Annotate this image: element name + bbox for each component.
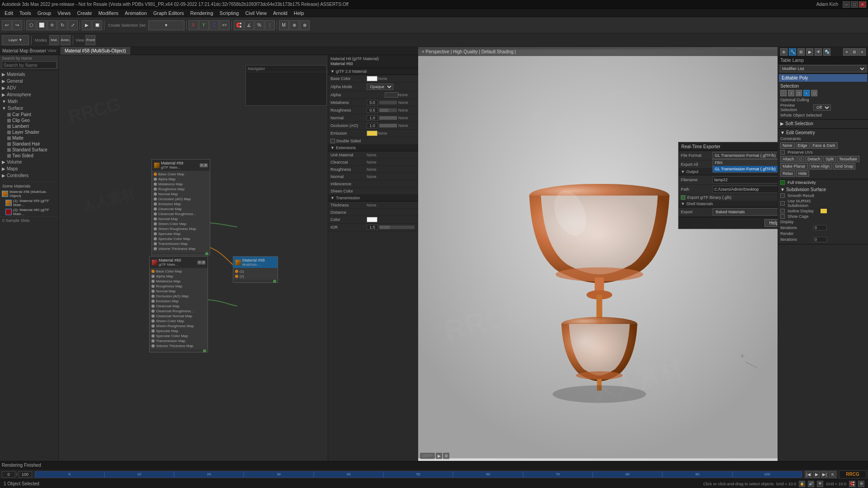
mat-item-lambert[interactable]: Lambert bbox=[2, 123, 57, 129]
menu-civil-view[interactable]: Civil View bbox=[242, 10, 269, 16]
time-end-input[interactable] bbox=[19, 471, 32, 478]
undo-btn[interactable]: ↩ bbox=[2, 20, 12, 30]
mat-item-twosided[interactable]: Two Sided bbox=[2, 153, 57, 159]
relax-btn[interactable]: Relax bbox=[780, 170, 795, 177]
mat-assign-btn[interactable]: ⊕ bbox=[289, 20, 299, 30]
rotate-btn[interactable]: ↻ bbox=[57, 20, 67, 30]
face-btn[interactable]: Face & Dark bbox=[811, 142, 838, 149]
x-axis-btn[interactable]: X bbox=[189, 20, 198, 30]
tessellate-btn[interactable]: Tessellate bbox=[837, 156, 859, 162]
prev-frame-btn[interactable]: |◀ bbox=[805, 471, 812, 478]
menu-arnold[interactable]: Arnold bbox=[270, 10, 290, 16]
menu-views[interactable]: Views bbox=[55, 10, 73, 16]
mat-item-layershader[interactable]: Layer Shader bbox=[2, 129, 57, 135]
menu-rendering[interactable]: Rendering bbox=[188, 10, 216, 16]
rp-icon-create[interactable]: ⊕ bbox=[780, 48, 788, 56]
node60-close-btn[interactable]: ✕ bbox=[202, 261, 205, 264]
rp-icon-extra1[interactable]: ≡ bbox=[843, 48, 850, 56]
menu-group[interactable]: Group bbox=[35, 10, 54, 16]
attach-list-btn[interactable]: □ bbox=[797, 156, 804, 162]
select-btn[interactable]: ⬡ bbox=[26, 20, 36, 30]
status-icon-1[interactable]: 🔒 bbox=[799, 481, 805, 487]
filename-input[interactable] bbox=[712, 176, 778, 183]
export-gltf-check[interactable] bbox=[681, 195, 685, 200]
volume-header[interactable]: ▶ Volume bbox=[2, 159, 57, 165]
snap-btn[interactable]: 🧲 bbox=[234, 20, 244, 30]
preserve-uv-check[interactable] bbox=[780, 150, 785, 155]
alpha-mode-dropdown[interactable]: Opaque Blend Mask bbox=[367, 84, 393, 90]
preview-sel-dropdown[interactable]: Off On bbox=[813, 104, 831, 111]
menu-animation[interactable]: Animation bbox=[122, 10, 150, 16]
mat-item-standardhair[interactable]: Standard Hair bbox=[2, 141, 57, 147]
color-swatch[interactable] bbox=[367, 217, 377, 222]
ne-tab-mat58[interactable]: Material #58 (MultiSub-Object) bbox=[61, 47, 130, 55]
ior-input[interactable] bbox=[367, 225, 378, 230]
vertex-icon[interactable]: · bbox=[780, 90, 787, 96]
node60-options-btn[interactable]: ≡ bbox=[198, 261, 201, 264]
none-btn[interactable]: None bbox=[780, 142, 795, 149]
node-mat59[interactable]: Material #59 gITF Mate... ≡ ✕ Base Color… bbox=[151, 159, 210, 255]
search-input[interactable] bbox=[2, 61, 57, 69]
metalness-slider[interactable] bbox=[379, 101, 397, 104]
snap-status-btn[interactable]: 🧲 bbox=[849, 481, 855, 487]
element-icon[interactable]: ⬡ bbox=[811, 90, 817, 96]
settings-status-btn[interactable]: ⚙ bbox=[858, 481, 864, 487]
scene-mat-58[interactable]: Material #58 (MultiSub-Object) bbox=[0, 189, 58, 198]
modifier-editable-poly[interactable]: Editable Poly bbox=[779, 74, 867, 82]
xy-btn[interactable]: XY bbox=[220, 20, 230, 30]
view-front-btn[interactable]: Front bbox=[85, 35, 95, 45]
gltf-option[interactable]: GL Transmission Format (.glTF/b) bbox=[713, 166, 778, 172]
isoline-swatch[interactable] bbox=[821, 209, 827, 213]
play-btn[interactable]: ▶ bbox=[813, 471, 820, 478]
render-btn[interactable]: ▶ bbox=[82, 20, 92, 30]
mat-editor-btn[interactable]: M bbox=[279, 20, 289, 30]
border-icon[interactable]: ◻ bbox=[796, 90, 802, 96]
atmosphere-header[interactable]: ▶ Atmosphere bbox=[2, 91, 57, 98]
double-sided-check[interactable] bbox=[330, 139, 335, 143]
render-iter-input[interactable] bbox=[813, 237, 827, 242]
mat-item-matte[interactable]: Matte bbox=[2, 135, 57, 141]
smooth-result-check[interactable] bbox=[780, 193, 785, 198]
occlusion-slider[interactable] bbox=[379, 124, 397, 127]
tick-90[interactable]: 90 bbox=[662, 471, 732, 478]
spinner-snap-btn[interactable]: ⋮ bbox=[265, 20, 275, 30]
z-axis-btn[interactable]: Z bbox=[209, 20, 219, 30]
rte-dialog[interactable]: Real-Time Exporter ─ □ ✕ File Format GL … bbox=[678, 142, 778, 229]
vp-play-btn[interactable]: ▶ bbox=[436, 453, 442, 459]
material-mode-btn[interactable]: Mat. bbox=[49, 35, 59, 45]
node59-options-btn[interactable]: ≡ bbox=[200, 164, 203, 167]
file-format-display[interactable]: GL Transmission Format (.glTF/b) ▼ bbox=[712, 152, 778, 159]
node-mat60[interactable]: Material #60 gITF Mate... ≡ ✕ Base Color… bbox=[149, 256, 208, 352]
maximize-btn[interactable]: □ bbox=[851, 1, 858, 8]
tick-10[interactable]: 10 bbox=[104, 471, 174, 478]
controllers-header[interactable]: ▶ Controllers bbox=[2, 172, 57, 179]
close-btn[interactable]: ✕ bbox=[859, 1, 866, 8]
export-mat-dropdown[interactable]: Baked Materials bbox=[712, 208, 778, 216]
next-frame-btn[interactable]: ▶| bbox=[821, 471, 828, 478]
menu-create[interactable]: Create bbox=[74, 10, 94, 16]
ior-slider[interactable] bbox=[379, 225, 415, 229]
transmission-section[interactable]: ▼ Transmission bbox=[328, 195, 418, 202]
menu-edit[interactable]: Edit bbox=[2, 10, 16, 16]
scene-mat-59[interactable]: (1): Material #59 (gITF Mate... bbox=[0, 198, 58, 207]
general-header[interactable]: ▶ General bbox=[2, 78, 57, 84]
rp-icon-modify[interactable]: 🔧 bbox=[789, 48, 796, 56]
minimize-btn[interactable]: ─ bbox=[843, 1, 850, 8]
polygon-icon[interactable]: ▪ bbox=[803, 90, 810, 96]
menu-graph-editors[interactable]: Graph Editors bbox=[151, 10, 187, 16]
fbx-option[interactable]: FBX bbox=[713, 160, 778, 166]
rp-icon-utilities[interactable]: 🔩 bbox=[823, 48, 830, 56]
rp-icon-extra2[interactable]: ⊞ bbox=[851, 48, 858, 56]
move-btn[interactable]: ✛ bbox=[47, 20, 57, 30]
modifier-dropdown[interactable]: Modifier List bbox=[780, 65, 866, 72]
quick-render-btn[interactable]: 🔲 bbox=[92, 20, 102, 30]
edge-btn[interactable]: Edge bbox=[796, 142, 810, 149]
scene-mat-60[interactable]: (2): Material #60 (gITF Mate... bbox=[0, 207, 58, 216]
full-interactivity-check[interactable] bbox=[780, 180, 785, 185]
mat-item-carpaint[interactable]: Car Paint bbox=[2, 112, 57, 117]
shell-materials-section[interactable]: ▼ Shell Materials bbox=[679, 201, 778, 207]
status-icon-2[interactable]: 🔊 bbox=[808, 481, 814, 487]
tick-60[interactable]: 60 bbox=[453, 471, 523, 478]
math-header[interactable]: ▼ Math bbox=[2, 98, 57, 105]
attach-btn[interactable]: Attach bbox=[780, 156, 797, 162]
